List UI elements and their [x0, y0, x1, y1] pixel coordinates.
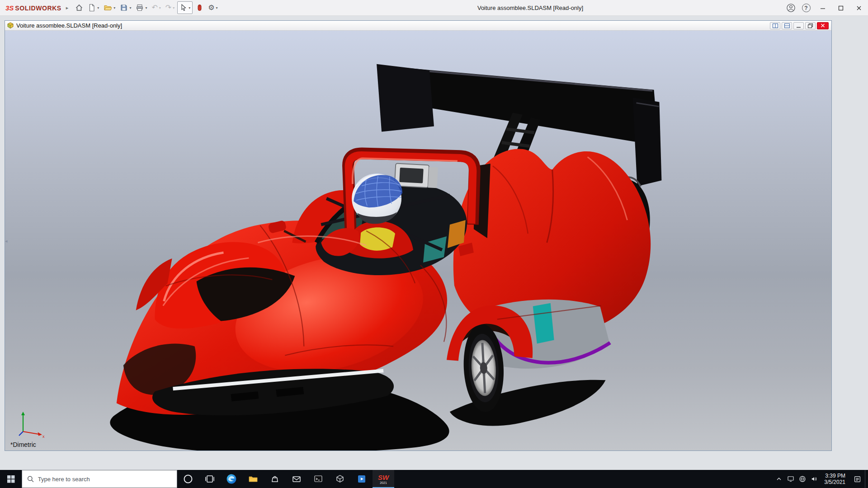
start-button[interactable]	[0, 470, 22, 488]
menu-expand-arrow-icon[interactable]: ▸	[66, 5, 69, 11]
document-window-controls	[770, 22, 830, 29]
view-orientation-label: *Dimetric	[10, 441, 36, 448]
search-icon	[27, 475, 34, 483]
triad-x-label: x	[42, 434, 45, 438]
print-button[interactable]: ▾	[134, 1, 149, 14]
save-icon	[120, 4, 128, 12]
document-window: Voiture assomblee.SLDASM [Read-only]	[5, 20, 832, 451]
open-folder-icon	[104, 4, 112, 12]
dropdown-caret-icon[interactable]: ▾	[189, 6, 190, 10]
redo-button[interactable]: ↷ ▾	[164, 1, 176, 14]
app-maximize-button[interactable]	[832, 0, 850, 16]
edge-icon	[226, 474, 237, 484]
document-titlebar[interactable]: Voiture assomblee.SLDASM [Read-only]	[5, 21, 831, 31]
edge-button[interactable]	[221, 470, 242, 488]
solidworks-logo: 3S SOLIDWORKS	[0, 4, 64, 12]
maximize-icon	[838, 5, 844, 11]
3d-viewport[interactable]: x *Dimetric ◂	[5, 31, 831, 450]
close-icon	[856, 5, 862, 11]
3d-viewer-icon	[335, 474, 345, 484]
gear-icon: ⚙	[208, 4, 214, 11]
file-explorer-icon	[248, 474, 259, 484]
taskbar-search[interactable]	[22, 470, 177, 488]
open-button[interactable]: ▾	[102, 1, 117, 14]
new-document-button[interactable]: ▾	[86, 1, 101, 14]
dropdown-caret-icon[interactable]: ▾	[173, 6, 175, 10]
dropdown-caret-icon[interactable]: ▾	[159, 6, 161, 10]
minimize-icon	[796, 23, 802, 28]
account-button[interactable]	[783, 0, 798, 16]
account-icon	[786, 3, 796, 13]
clock-date: 3/5/2021	[824, 479, 845, 485]
dropdown-caret-icon[interactable]: ▾	[129, 6, 131, 10]
hidden-icons-button[interactable]	[773, 470, 785, 488]
orientation-triad: x	[17, 411, 47, 438]
home-button[interactable]	[73, 1, 85, 14]
solidworks-app-icon: SW 2021	[378, 474, 389, 484]
windows-taskbar: SW 2021 3:39 PM 3/5/2021	[0, 470, 868, 488]
clock-time: 3:39 PM	[825, 473, 845, 479]
app-window-title: Voiture assomblee.SLDASM [Read-only]	[477, 5, 583, 11]
terminal-button[interactable]	[307, 470, 329, 488]
action-center-button[interactable]	[849, 470, 865, 488]
volume-button[interactable]	[808, 470, 820, 488]
print-icon	[136, 4, 144, 12]
desktop: { "app_titlebar": { "brand_mark": "3S", …	[0, 0, 868, 488]
panel-collapse-arrow-icon[interactable]: ◂	[5, 239, 8, 244]
ds-logo-mark: 3S	[5, 4, 14, 12]
doc-restore-button[interactable]	[805, 22, 816, 29]
options-button[interactable]: ⚙ ▾	[206, 1, 219, 14]
app-minimize-button[interactable]	[814, 0, 832, 16]
movies-tv-button[interactable]	[351, 470, 373, 488]
solidworks-wordmark: SOLIDWORKS	[15, 5, 61, 12]
race-car-model	[5, 31, 831, 450]
3d-viewer-button[interactable]	[329, 470, 351, 488]
dropdown-caret-icon[interactable]: ▾	[216, 6, 218, 10]
tile-horizontal-button[interactable]	[782, 22, 792, 29]
mouse-gestures-button[interactable]	[193, 1, 205, 14]
terminal-icon	[313, 474, 324, 484]
app-titlebar: 3S SOLIDWORKS ▸ ▾ ▾ ▾ ▾ ↶ ▾ ↷ ▾ ▾ ⚙ ▾ Vo…	[0, 0, 868, 16]
minimize-icon	[820, 5, 826, 11]
file-explorer-button[interactable]	[242, 470, 264, 488]
dropdown-caret-icon[interactable]: ▾	[97, 6, 99, 10]
doc-close-button[interactable]	[817, 22, 829, 29]
tray-display-button[interactable]	[785, 470, 797, 488]
app-close-button[interactable]	[850, 0, 868, 16]
network-icon	[798, 475, 807, 483]
solidworks-taskbar-button[interactable]: SW 2021	[373, 470, 394, 488]
task-view-icon	[205, 474, 215, 484]
cortana-button[interactable]	[177, 470, 199, 488]
mail-button[interactable]	[286, 470, 307, 488]
chevron-up-icon	[775, 475, 783, 483]
action-center-icon	[853, 475, 862, 483]
mail-icon	[291, 474, 302, 484]
undo-button[interactable]: ↶ ▾	[150, 1, 162, 14]
help-button[interactable]: ?	[798, 0, 814, 16]
select-tool-button[interactable]: ▾	[177, 1, 193, 14]
search-input[interactable]	[38, 476, 172, 483]
assembly-file-icon	[7, 22, 14, 29]
store-icon	[269, 474, 280, 484]
taskbar-clock[interactable]: 3:39 PM 3/5/2021	[820, 473, 849, 485]
show-desktop-button[interactable]	[865, 470, 868, 488]
save-button[interactable]: ▾	[118, 1, 133, 14]
restore-icon	[807, 23, 813, 28]
doc-minimize-button[interactable]	[793, 22, 804, 29]
task-view-button[interactable]	[199, 470, 221, 488]
dropdown-caret-icon[interactable]: ▾	[145, 6, 147, 10]
undo-icon: ↶	[151, 4, 157, 11]
redo-icon: ↷	[165, 4, 171, 11]
tile-vertical-icon	[772, 23, 778, 28]
solidworks-version-badge: 2021	[380, 481, 387, 484]
cortana-icon	[183, 474, 193, 484]
movies-tv-icon	[356, 474, 367, 484]
new-document-icon	[88, 4, 96, 12]
microsoft-store-button[interactable]	[264, 470, 286, 488]
select-cursor-icon	[179, 4, 187, 12]
dropdown-caret-icon[interactable]: ▾	[113, 6, 115, 10]
volume-icon	[810, 475, 818, 483]
tile-horizontal-icon	[784, 23, 790, 28]
network-button[interactable]	[797, 470, 808, 488]
tile-vertical-button[interactable]	[770, 22, 780, 29]
